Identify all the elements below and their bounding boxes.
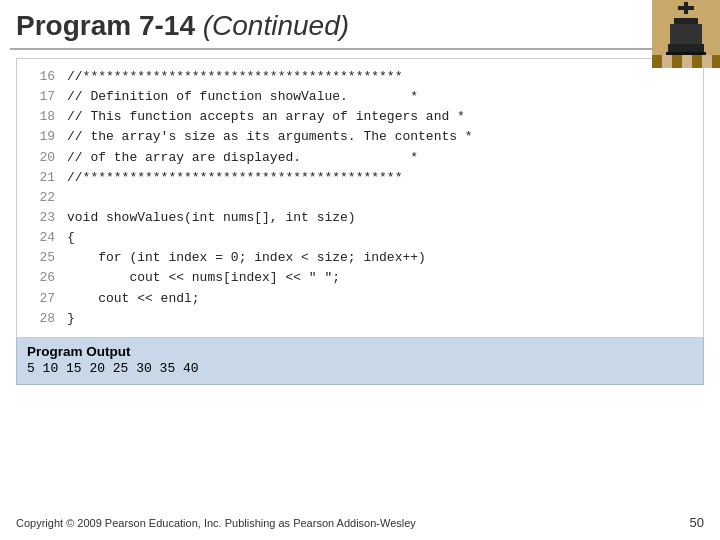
chess-decoration <box>652 0 720 68</box>
program-output: Program Output 5 10 15 20 25 30 35 40 <box>16 338 704 385</box>
code-line-26: 26 cout << nums[index] << " "; <box>17 268 703 288</box>
code-line-18: 18 // This function accepts an array of … <box>17 107 703 127</box>
code-line-17: 17 // Definition of function showValue. … <box>17 87 703 107</box>
code-block: 16 //***********************************… <box>16 58 704 338</box>
title-main: Program 7-14 <box>16 10 195 41</box>
code-line-25: 25 for (int index = 0; index < size; ind… <box>17 248 703 268</box>
header-divider <box>10 48 710 50</box>
code-line-27: 27 cout << endl; <box>17 289 703 309</box>
svg-rect-4 <box>670 24 702 44</box>
output-text: 5 10 15 20 25 30 35 40 <box>27 361 693 376</box>
page-footer: Copyright © 2009 Pearson Education, Inc.… <box>16 515 704 530</box>
code-line-16: 16 //***********************************… <box>17 67 703 87</box>
svg-rect-10 <box>682 55 692 68</box>
title-continued: (Continued) <box>203 10 349 41</box>
copyright-text: Copyright © 2009 Pearson Education, Inc.… <box>16 517 416 529</box>
svg-rect-9 <box>672 55 682 68</box>
code-line-23: 23 void showValues(int nums[], int size) <box>17 208 703 228</box>
page-header: Program 7-14 (Continued) <box>0 0 720 48</box>
svg-rect-3 <box>674 18 698 24</box>
svg-rect-5 <box>668 44 704 52</box>
code-line-19: 19 // the array's size as its arguments.… <box>17 127 703 147</box>
svg-rect-7 <box>652 55 662 68</box>
code-line-21: 21 //***********************************… <box>17 168 703 188</box>
svg-rect-13 <box>712 55 720 68</box>
code-line-20: 20 // of the array are displayed. * <box>17 148 703 168</box>
svg-rect-11 <box>692 55 702 68</box>
code-line-28: 28 } <box>17 309 703 329</box>
code-line-24: 24 { <box>17 228 703 248</box>
svg-rect-8 <box>662 55 672 68</box>
page-number: 50 <box>690 515 704 530</box>
output-label: Program Output <box>27 344 693 359</box>
code-line-22: 22 <box>17 188 703 208</box>
page-title: Program 7-14 (Continued) <box>16 10 349 42</box>
svg-rect-2 <box>684 2 688 14</box>
svg-rect-12 <box>702 55 712 68</box>
